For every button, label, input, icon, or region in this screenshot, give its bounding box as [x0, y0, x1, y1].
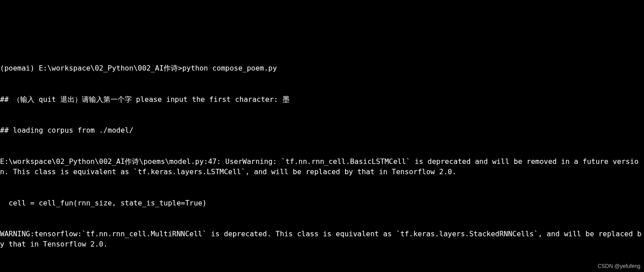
terminal-line: WARNING:tensorflow:`tf.nn.rnn_cell.Multi…: [0, 229, 644, 249]
terminal-line: WARNING:tensorflow:At least two cells pr…: [0, 270, 644, 272]
terminal-line: ## loading corpus from ./model/: [0, 125, 644, 135]
terminal-output[interactable]: (poemai) E:\workspace\02_Python\002_AI作诗…: [0, 42, 644, 272]
terminal-line: ## （输入 quit 退出）请输入第一个字 please input the …: [0, 94, 644, 105]
terminal-line: cell = cell_fun(rnn_size, state_is_tuple…: [0, 198, 644, 208]
terminal-line: E:\workspace\02_Python\002_AI作诗\poems\mo…: [0, 156, 644, 177]
terminal-line: (poemai) E:\workspace\02_Python\002_AI作诗…: [0, 63, 644, 73]
watermark-text: CSDN @yefufeng: [598, 263, 640, 270]
